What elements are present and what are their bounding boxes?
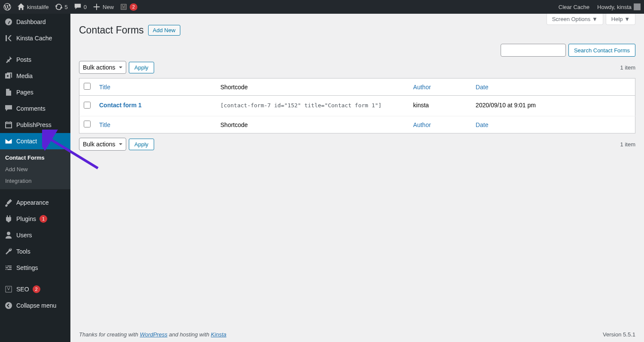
update-icon <box>55 3 63 11</box>
footer-prefix: Thanks for creating with <box>79 331 140 338</box>
wp-logo[interactable] <box>3 3 11 11</box>
sidebar-label: Appearance <box>16 199 49 206</box>
clear-cache-link[interactable]: Clear Cache <box>559 4 589 10</box>
footer-wp-link[interactable]: WordPress <box>140 331 167 338</box>
comments-link[interactable]: 0 <box>74 3 87 11</box>
page-title: Contact Forms <box>79 24 144 36</box>
sidebar-item-tools[interactable]: Tools <box>0 243 70 260</box>
submenu-contact-forms[interactable]: Contact Forms <box>0 152 70 163</box>
col-date-header[interactable]: Date <box>476 84 489 91</box>
select-all-top[interactable] <box>84 83 91 90</box>
new-content-link[interactable]: New <box>93 3 114 11</box>
svg-point-0 <box>5 302 12 309</box>
col-author-footer[interactable]: Author <box>413 121 431 128</box>
sidebar-item-users[interactable]: Users <box>0 227 70 243</box>
row-title-link[interactable]: Contact form 1 <box>99 102 142 109</box>
updates-link[interactable]: 5 <box>55 3 68 11</box>
sidebar-label: Users <box>16 232 32 239</box>
forms-table: Title Shortcode Author Date Contact form… <box>79 78 635 133</box>
screen-options-tab[interactable]: Screen Options ▼ <box>547 14 603 25</box>
sidebar-item-appearance[interactable]: Appearance <box>0 194 70 211</box>
kinsta-icon <box>4 34 13 42</box>
col-author-header[interactable]: Author <box>413 84 431 91</box>
search-button[interactable]: Search Contact Forms <box>568 44 635 57</box>
sidebar-item-settings[interactable]: Settings <box>0 260 70 276</box>
sidebar-label: Contact <box>16 138 37 145</box>
comment-icon <box>4 104 13 113</box>
bulk-actions-select-top[interactable]: Bulk actions <box>79 61 126 74</box>
help-tab[interactable]: Help ▼ <box>606 14 635 25</box>
updates-count: 5 <box>65 4 68 10</box>
plugin-icon <box>4 215 13 223</box>
row-shortcode[interactable] <box>220 102 404 109</box>
admin-bar: kinstalife 5 0 New 2 Clear Cache Howdy, … <box>0 0 644 14</box>
account-link[interactable]: Howdy, kinsta <box>597 3 641 10</box>
sidebar-label: Settings <box>16 264 38 271</box>
item-count-bottom: 1 item <box>620 141 635 148</box>
row-date: 2020/09/10 at 9:01 pm <box>471 96 635 116</box>
col-title-header[interactable]: Title <box>99 84 110 91</box>
avatar <box>634 3 641 10</box>
yoast-icon <box>120 3 128 11</box>
contact-submenu: Contact Forms Add New Integration <box>0 149 70 189</box>
home-icon <box>17 3 25 11</box>
item-count-top: 1 item <box>620 64 635 71</box>
sidebar-label: PublishPress <box>16 121 52 128</box>
sidebar-label: Tools <box>16 248 30 255</box>
sidebar-item-posts[interactable]: Posts <box>0 51 70 68</box>
sidebar-item-publishpress[interactable]: PublishPress <box>0 117 70 133</box>
sidebar-label: Kinsta Cache <box>16 35 52 42</box>
sidebar-label: Collapse menu <box>16 302 56 309</box>
dashboard-icon <box>4 18 13 26</box>
submenu-integration[interactable]: Integration <box>0 175 70 187</box>
new-label: New <box>103 4 114 10</box>
wrench-icon <box>4 247 13 256</box>
sidebar-collapse[interactable]: Collapse menu <box>0 297 70 314</box>
sidebar-label: Pages <box>16 89 33 96</box>
sidebar-label: Dashboard <box>16 18 46 25</box>
site-name-link[interactable]: kinstalife <box>17 3 49 11</box>
table-row: Contact form 1 kinsta 2020/09/10 at 9:01… <box>79 96 635 116</box>
pin-icon <box>4 55 13 64</box>
sidebar-item-media[interactable]: Media <box>0 68 70 84</box>
plus-icon <box>93 3 100 11</box>
col-shortcode-header: Shortcode <box>216 79 409 96</box>
bulk-actions-select-bottom[interactable]: Bulk actions <box>79 138 126 151</box>
yoast-link[interactable]: 2 <box>120 3 137 11</box>
col-date-footer[interactable]: Date <box>476 121 489 128</box>
sidebar-label: Plugins <box>16 215 36 222</box>
howdy-label: Howdy, kinsta <box>597 4 632 10</box>
select-all-bottom[interactable] <box>84 121 91 127</box>
sidebar-item-plugins[interactable]: Plugins1 <box>0 211 70 227</box>
site-name-label: kinstalife <box>27 4 49 10</box>
yoast-icon <box>4 285 13 294</box>
sidebar-item-kinsta-cache[interactable]: Kinsta Cache <box>0 30 70 46</box>
footer-version: Version 5.5.1 <box>603 331 635 338</box>
seo-count-badge: 2 <box>33 285 40 293</box>
search-input[interactable] <box>501 44 566 57</box>
sidebar-label: Media <box>16 73 33 79</box>
settings-icon <box>4 263 13 272</box>
row-checkbox[interactable] <box>84 102 91 109</box>
apply-button-top[interactable]: Apply <box>129 62 154 73</box>
admin-footer: Thanks for creating with WordPress and h… <box>70 327 644 342</box>
comments-count: 0 <box>84 4 87 10</box>
plugins-count-badge: 1 <box>39 215 47 223</box>
row-author: kinsta <box>409 96 471 116</box>
user-icon <box>4 231 13 239</box>
main-content: Screen Options ▼ Help ▼ Contact Forms Ad… <box>70 14 644 342</box>
admin-sidebar: Dashboard Kinsta Cache Posts Media Pages… <box>0 14 70 342</box>
apply-button-bottom[interactable]: Apply <box>129 139 154 150</box>
add-new-button[interactable]: Add New <box>148 25 180 36</box>
col-title-footer[interactable]: Title <box>99 121 110 128</box>
sidebar-item-contact[interactable]: Contact <box>0 133 70 149</box>
sidebar-item-comments[interactable]: Comments <box>0 100 70 117</box>
submenu-add-new[interactable]: Add New <box>0 163 70 175</box>
yoast-badge: 2 <box>130 3 137 11</box>
sidebar-item-dashboard[interactable]: Dashboard <box>0 14 70 30</box>
calendar-icon <box>4 121 13 129</box>
sidebar-item-seo[interactable]: SEO2 <box>0 281 70 297</box>
footer-kinsta-link[interactable]: Kinsta <box>211 331 226 338</box>
sidebar-item-pages[interactable]: Pages <box>0 84 70 100</box>
footer-mid: and hosting with <box>167 331 211 338</box>
